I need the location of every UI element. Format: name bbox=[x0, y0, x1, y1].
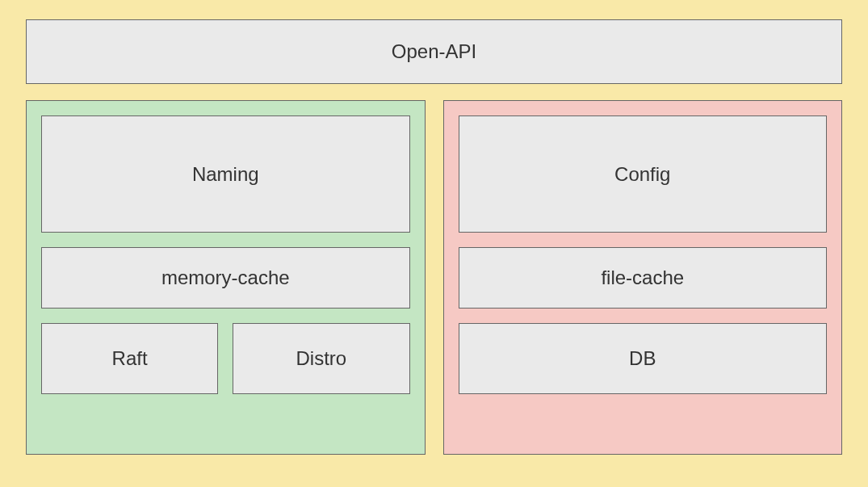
file-cache-label: file-cache bbox=[601, 267, 684, 289]
naming-box: Naming bbox=[41, 115, 410, 233]
two-column-layout: Naming memory-cache Raft Distro Config f… bbox=[26, 100, 842, 455]
config-label: Config bbox=[614, 163, 670, 186]
distro-box: Distro bbox=[233, 323, 409, 394]
db-box: DB bbox=[459, 323, 828, 394]
raft-label: Raft bbox=[112, 347, 148, 370]
config-box: Config bbox=[459, 115, 828, 233]
file-cache-box: file-cache bbox=[459, 247, 828, 309]
open-api-label: Open-API bbox=[392, 40, 476, 63]
config-panel: Config file-cache DB bbox=[443, 100, 843, 455]
open-api-box: Open-API bbox=[26, 19, 842, 84]
memory-cache-label: memory-cache bbox=[161, 267, 290, 289]
raft-box: Raft bbox=[41, 323, 218, 394]
naming-panel: Naming memory-cache Raft Distro bbox=[26, 100, 426, 455]
naming-bottom-row: Raft Distro bbox=[41, 323, 410, 394]
distro-label: Distro bbox=[296, 347, 347, 370]
db-label: DB bbox=[629, 347, 656, 370]
naming-label: Naming bbox=[192, 163, 259, 186]
memory-cache-box: memory-cache bbox=[41, 247, 410, 309]
